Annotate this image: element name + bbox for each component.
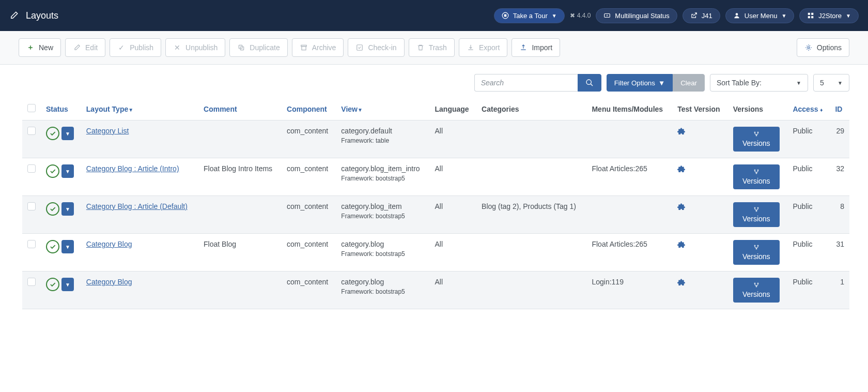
view-name: category.blog_item [341, 202, 424, 210]
col-comment[interactable]: Comment [198, 98, 282, 120]
limit-select[interactable]: 5 ▼ [813, 74, 849, 92]
filter-options-button[interactable]: Filter Options ▼ [607, 74, 673, 92]
row-checkbox[interactable] [27, 164, 36, 173]
language-icon: A [603, 12, 611, 19]
import-button[interactable]: Import [512, 38, 560, 57]
layout-type-link[interactable]: Category List [86, 127, 129, 135]
svg-point-16 [757, 132, 758, 133]
svg-point-24 [754, 245, 755, 246]
view-name: category.blog_item_intro [341, 164, 424, 173]
framework-text: Framework: table [341, 137, 424, 144]
versions-button[interactable]: Versions [733, 164, 780, 189]
versions-button[interactable]: Versions [733, 202, 780, 227]
edit-button[interactable]: Edit [65, 38, 105, 57]
comment-cell: Float Blog [198, 234, 282, 272]
col-id[interactable]: ID [830, 98, 849, 120]
component-cell: com_content [282, 120, 336, 158]
status-published-icon[interactable] [46, 278, 59, 291]
header-left: Layouts [9, 10, 58, 21]
pencil-icon [9, 11, 19, 20]
checkin-button[interactable]: Check-in [348, 38, 404, 57]
col-view[interactable]: View▼ [336, 98, 429, 120]
col-layout-type[interactable]: Layout Type▼ [81, 98, 198, 120]
duplicate-button[interactable]: Duplicate [229, 38, 287, 57]
clear-button[interactable]: Clear [673, 74, 705, 92]
svg-rect-7 [811, 16, 813, 18]
branch-icon [753, 131, 760, 137]
versions-button[interactable]: Versions [733, 127, 780, 152]
id-cell: 1 [830, 272, 849, 309]
external-link-icon [690, 12, 698, 19]
take-tour-button[interactable]: Take a Tour ▼ [494, 8, 565, 23]
layout-type-link[interactable]: Category Blog [86, 240, 132, 248]
categories-cell: Blog (tag 2), Products (Tag 1) [476, 196, 586, 234]
status-published-icon[interactable] [46, 164, 59, 178]
component-cell: com_content [282, 272, 336, 309]
top-header: Layouts Take a Tour ▼ ✖ 4.4.0 A Multilin… [0, 0, 868, 31]
status-dropdown-toggle[interactable]: ▼ [61, 202, 74, 216]
export-button[interactable]: Export [459, 38, 507, 57]
archive-button[interactable]: Archive [292, 38, 344, 57]
puzzle-icon[interactable] [677, 202, 722, 212]
categories-cell [476, 272, 586, 309]
row-checkbox[interactable] [27, 240, 36, 248]
puzzle-icon[interactable] [677, 278, 722, 287]
versions-button[interactable]: Versions [733, 240, 780, 265]
joomla-icon: ✖ [570, 12, 575, 19]
status-published-icon[interactable] [46, 127, 59, 140]
status-dropdown-toggle[interactable]: ▼ [61, 127, 74, 140]
layout-type-link[interactable]: Category Blog : Article (Intro) [86, 164, 179, 173]
search-icon [585, 79, 594, 87]
select-all-checkbox[interactable] [27, 104, 36, 112]
versions-label: Versions [742, 139, 770, 147]
new-button[interactable]: ＋ New [19, 38, 61, 57]
layout-type-link[interactable]: Category Blog : Article (Default) [86, 202, 188, 210]
layout-type-link[interactable]: Category Blog [86, 278, 132, 286]
trash-button[interactable]: Trash [409, 38, 455, 57]
branch-icon [753, 282, 760, 288]
open-site-button[interactable]: J41 [683, 8, 720, 23]
view-name: category.default [341, 127, 424, 135]
table-row: ▼Category Blog : Article (Default)com_co… [22, 196, 849, 234]
svg-point-20 [756, 173, 757, 174]
status-dropdown-toggle[interactable]: ▼ [61, 164, 74, 178]
row-checkbox[interactable] [27, 202, 36, 210]
unpublish-button[interactable]: ✕ Unpublish [165, 38, 225, 57]
puzzle-icon[interactable] [677, 240, 722, 249]
row-checkbox[interactable] [27, 127, 36, 135]
categories-cell [476, 158, 586, 196]
search-group [474, 74, 601, 92]
col-status[interactable]: Status [41, 98, 81, 120]
menu-items-cell: Float Articles:265 [586, 158, 672, 196]
versions-button[interactable]: Versions [733, 278, 780, 303]
user-menu-button[interactable]: User Menu ▼ [725, 8, 794, 23]
svg-point-17 [756, 135, 757, 136]
versions-label: Versions [742, 215, 770, 223]
col-component[interactable]: Component [282, 98, 336, 120]
access-cell: Public [787, 196, 830, 234]
options-button[interactable]: Options [797, 38, 849, 57]
sort-select[interactable]: Sort Table By: ▼ [710, 74, 808, 92]
search-input[interactable] [474, 74, 578, 92]
framework-text: Framework: bootstrap5 [341, 175, 424, 182]
col-access[interactable]: Access ♦ [787, 98, 830, 120]
j2store-button[interactable]: J2Store ▼ [799, 8, 859, 23]
upload-icon [519, 43, 528, 52]
search-button[interactable] [578, 74, 601, 92]
row-checkbox[interactable] [27, 278, 36, 286]
puzzle-icon[interactable] [677, 164, 722, 174]
svg-rect-12 [357, 45, 363, 51]
status-published-icon[interactable] [46, 202, 59, 216]
status-published-icon[interactable] [46, 240, 59, 253]
copy-icon [237, 43, 245, 52]
multilingual-status-button[interactable]: A Multilingual Status [596, 8, 677, 23]
status-dropdown-toggle[interactable]: ▼ [61, 278, 74, 291]
component-cell: com_content [282, 196, 336, 234]
status-dropdown-toggle[interactable]: ▼ [61, 240, 74, 253]
publish-button[interactable]: ✓ Publish [110, 38, 161, 57]
puzzle-icon[interactable] [677, 127, 722, 136]
col-menu-items: Menu Items/Modules [586, 98, 672, 120]
comment-cell [198, 272, 282, 309]
table-header-row: Status Layout Type▼ Comment Component Vi… [22, 98, 849, 120]
menu-items-cell: Float Articles:265 [586, 234, 672, 272]
